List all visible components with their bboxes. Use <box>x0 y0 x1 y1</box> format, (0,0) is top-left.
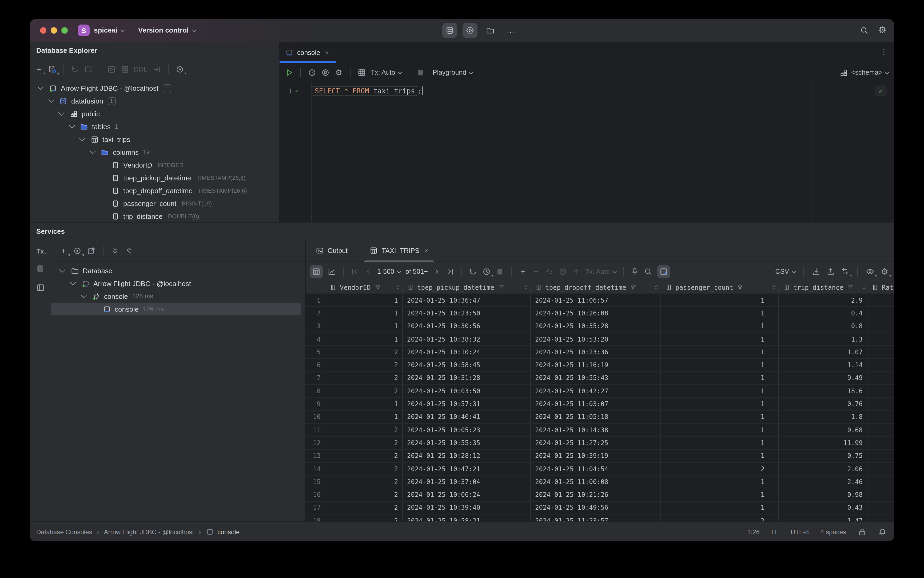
cell[interactable] <box>867 398 894 411</box>
settings-gear-icon[interactable]: ⚙ <box>878 26 887 35</box>
caret-position[interactable]: 1:26 <box>747 528 760 536</box>
tree-item-public[interactable]: public <box>30 107 279 120</box>
playground-select[interactable]: Playground <box>433 69 473 76</box>
sort-icon[interactable] <box>394 283 402 292</box>
row-number[interactable]: 9 <box>306 398 326 411</box>
ddl-button[interactable]: DDL <box>134 66 148 73</box>
table-row[interactable]: 622024-01-25 10:58:452024-01-25 11:16:19… <box>306 359 894 372</box>
cell[interactable]: 2.06 <box>779 463 867 475</box>
row-number[interactable]: 5 <box>306 346 326 358</box>
cell[interactable]: 1.8 <box>779 411 867 423</box>
cell[interactable]: 1 <box>661 346 779 358</box>
open-in-new-icon[interactable] <box>87 246 96 255</box>
row-number[interactable]: 8 <box>306 385 326 397</box>
close-window-button[interactable] <box>40 27 46 34</box>
sort-icon[interactable] <box>652 283 660 292</box>
cell[interactable]: 2024-01-25 10:03:50 <box>403 385 531 397</box>
table-view-button[interactable] <box>310 265 323 278</box>
row-number[interactable]: 14 <box>306 463 326 475</box>
column-header-rate[interactable]: Rate <box>867 281 894 294</box>
cell[interactable]: 9.49 <box>779 372 867 385</box>
close-icon[interactable]: × <box>424 247 428 255</box>
cell[interactable]: 2024-01-25 11:03:07 <box>531 398 661 411</box>
cell[interactable] <box>867 489 894 501</box>
cell[interactable] <box>867 437 894 450</box>
cell[interactable]: 2024-01-25 10:37:04 <box>403 476 531 488</box>
cell[interactable]: 1 <box>661 320 779 333</box>
cell[interactable]: 1 <box>661 398 779 411</box>
project-files-button[interactable] <box>483 23 498 38</box>
vcs-menu[interactable]: Version control <box>138 26 196 34</box>
more-vertical-icon[interactable]: ⋮ <box>880 47 888 56</box>
cell[interactable]: 2024-01-25 10:39:19 <box>531 450 661 462</box>
search-icon[interactable] <box>860 26 869 35</box>
tx-mode-select[interactable]: Tx: Auto <box>371 69 402 76</box>
chevron-down-icon[interactable] <box>70 279 76 286</box>
tree-item-datafusion[interactable]: datafusion1 <box>30 94 279 107</box>
cell[interactable] <box>867 294 894 307</box>
column-header-passenger-count[interactable]: passenger_count <box>661 281 779 294</box>
cell[interactable] <box>867 333 894 346</box>
jump-to-source-icon[interactable] <box>152 65 161 74</box>
table-row[interactable]: 112024-01-25 10:36:472024-01-25 11:06:57… <box>306 294 894 307</box>
table-row[interactable]: 412024-01-25 10:38:322024-01-25 10:53:20… <box>306 333 894 346</box>
last-page-icon[interactable] <box>446 267 454 276</box>
run-button[interactable] <box>285 68 293 77</box>
import-icon[interactable] <box>812 267 820 276</box>
cell[interactable]: 11.99 <box>779 437 867 450</box>
expand-all-icon[interactable] <box>111 246 120 255</box>
cell[interactable]: 1 <box>326 320 403 333</box>
table-data-icon[interactable] <box>121 65 129 74</box>
cell[interactable]: 2024-01-25 10:30:56 <box>403 320 531 333</box>
cell[interactable]: 2 <box>326 463 403 475</box>
cell[interactable] <box>867 463 894 475</box>
cell[interactable]: 2 <box>326 346 403 358</box>
table-row[interactable]: 1822024-01-25 10:58:212024-01-25 11:23:5… <box>306 515 894 522</box>
table-row[interactable]: 212024-01-25 10:23:502024-01-25 10:26:08… <box>306 307 894 320</box>
cell[interactable]: 2024-01-25 10:21:26 <box>531 489 661 501</box>
cell[interactable]: 2 <box>661 515 779 522</box>
tree-item-console[interactable]: console126 ms <box>51 303 301 315</box>
cell[interactable]: 2 <box>326 437 403 450</box>
cell[interactable]: 2.46 <box>779 476 867 488</box>
history-icon[interactable] <box>308 68 316 77</box>
chevron-down-icon[interactable] <box>58 110 65 116</box>
cell[interactable]: 2024-01-25 10:23:50 <box>403 307 531 320</box>
cell[interactable]: 2024-01-25 10:26:08 <box>531 307 661 320</box>
cell[interactable]: 2024-01-25 10:47:21 <box>403 463 531 475</box>
table-row[interactable]: 1322024-01-25 10:28:122024-01-25 10:39:1… <box>306 450 894 463</box>
export-icon[interactable] <box>827 267 835 276</box>
cell[interactable]: 2024-01-25 10:49:56 <box>531 502 661 514</box>
row-number[interactable]: 6 <box>306 359 326 372</box>
cell[interactable]: 2024-01-25 10:40:41 <box>403 411 531 423</box>
previous-page-icon[interactable] <box>364 267 372 276</box>
bell-icon[interactable] <box>878 528 887 536</box>
breadcrumb-item[interactable]: console <box>217 528 240 536</box>
sort-icon[interactable] <box>522 283 530 292</box>
tree-item-columns[interactable]: columns19 <box>30 146 279 159</box>
cell[interactable]: 2024-01-25 11:06:57 <box>531 294 661 307</box>
cell[interactable]: 1 <box>661 424 779 436</box>
tree-item-arrow-flight-jdbc-localhost[interactable]: Arrow Flight JDBC - @localhost1 <box>30 82 279 94</box>
cell[interactable]: 2024-01-25 10:06:24 <box>403 489 531 501</box>
column-header-vendorid[interactable]: VendorID <box>326 281 403 294</box>
row-number[interactable]: 2 <box>306 307 326 320</box>
database-tool-button[interactable] <box>442 23 457 38</box>
chevron-down-icon[interactable] <box>69 122 75 128</box>
table-row[interactable]: 912024-01-25 10:57:312024-01-25 11:03:07… <box>306 398 894 411</box>
commit-icon[interactable] <box>572 267 580 276</box>
cell[interactable] <box>867 450 894 462</box>
row-number[interactable]: 3 <box>306 320 326 333</box>
cell[interactable]: 2024-01-25 10:05:23 <box>403 424 531 436</box>
tree-item-tpep-pickup-datetime[interactable]: tpep_pickup_datetimeTIMESTAMP(26,6) <box>30 171 279 184</box>
filter-icon[interactable] <box>629 283 637 292</box>
table-row[interactable]: 1122024-01-25 10:05:232024-01-25 10:14:3… <box>306 424 894 437</box>
cell[interactable]: 2024-01-25 11:23:57 <box>531 515 661 522</box>
line-ending[interactable]: LF <box>772 528 779 536</box>
cell[interactable] <box>867 411 894 423</box>
cell[interactable]: 2024-01-25 10:53:20 <box>531 333 661 346</box>
sql-line[interactable]: SELECT * FROM taxi_trips; <box>313 84 423 97</box>
minimize-window-button[interactable] <box>51 27 57 34</box>
cell[interactable]: 1 <box>661 385 779 397</box>
tree-item-passenger-count[interactable]: passenger_countBIGINT(19) <box>30 197 279 210</box>
